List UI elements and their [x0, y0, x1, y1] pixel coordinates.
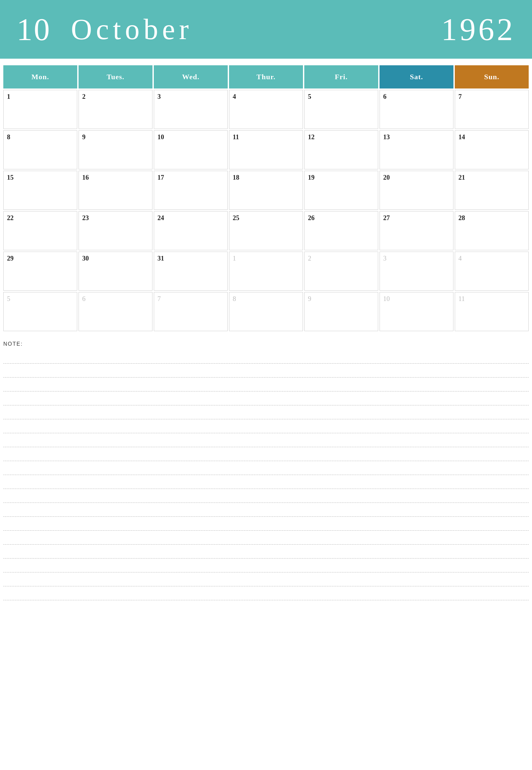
day-number: 28	[458, 214, 465, 221]
calendar-cell: 8	[229, 292, 303, 331]
day-number: 20	[383, 174, 390, 181]
day-number: 25	[233, 214, 239, 221]
notes-section: NOTE:	[0, 331, 532, 604]
calendar-cell: 31	[154, 252, 228, 291]
calendar-cell: 28	[455, 211, 529, 250]
calendar-cell: 4	[455, 252, 529, 291]
calendar-cell: 1	[229, 252, 303, 291]
calendar-cell: 3	[380, 252, 453, 291]
calendar-cell: 6	[380, 90, 453, 129]
notes-line	[3, 517, 529, 531]
day-header-mon: Mon.	[3, 65, 77, 89]
day-number: 31	[157, 255, 164, 262]
notes-line	[3, 419, 529, 433]
calendar-cell: 5	[3, 292, 77, 331]
day-number: 2	[308, 255, 311, 262]
calendar-cell: 9	[79, 130, 152, 169]
calendar-cell: 21	[455, 171, 529, 210]
day-number: 29	[7, 255, 14, 262]
day-number: 3	[157, 93, 161, 100]
calendar-cell: 15	[3, 171, 77, 210]
month-number: 10	[17, 11, 51, 48]
calendar-cell: 7	[154, 292, 228, 331]
calendar-cell: 9	[304, 292, 378, 331]
day-number: 7	[458, 93, 462, 100]
day-number: 26	[308, 214, 315, 221]
notes-line	[3, 433, 529, 447]
month-name: October	[71, 13, 193, 46]
calendar-cell: 2	[79, 90, 152, 129]
calendar-cell: 1	[3, 90, 77, 129]
calendar-cell: 29	[3, 252, 77, 291]
day-number: 1	[233, 255, 236, 262]
calendar-cell: 11	[455, 292, 529, 331]
day-number: 7	[157, 295, 161, 302]
day-number: 24	[157, 214, 164, 221]
notes-line	[3, 461, 529, 475]
day-number: 14	[458, 133, 465, 141]
day-header-sun: Sun.	[455, 65, 529, 89]
calendar-cell: 18	[229, 171, 303, 210]
notes-line	[3, 489, 529, 503]
notes-line	[3, 405, 529, 419]
calendar-cell: 11	[229, 130, 303, 169]
calendar-cell: 24	[154, 211, 228, 250]
calendar-cell: 6	[79, 292, 152, 331]
calendar-cell: 22	[3, 211, 77, 250]
notes-line	[3, 559, 529, 572]
calendar-grid: 1234567891011121314151617181920212223242…	[3, 90, 529, 331]
day-number: 10	[383, 295, 390, 302]
calendar-cell: 8	[3, 130, 77, 169]
calendar-cell: 12	[304, 130, 378, 169]
day-number: 23	[82, 214, 89, 221]
day-number: 30	[82, 255, 89, 262]
day-header-sat: Sat.	[380, 65, 453, 89]
day-number: 16	[82, 174, 89, 181]
day-number: 6	[383, 93, 386, 100]
calendar-cell: 13	[380, 130, 453, 169]
day-number: 6	[82, 295, 86, 302]
day-number: 13	[383, 133, 390, 141]
day-number: 18	[233, 174, 239, 181]
calendar-cell: 27	[380, 211, 453, 250]
calendar-cell: 19	[304, 171, 378, 210]
day-number: 27	[383, 214, 390, 221]
day-number: 17	[157, 174, 164, 181]
calendar-cell: 20	[380, 171, 453, 210]
notes-line	[3, 350, 529, 364]
day-header-thu: Thur.	[229, 65, 303, 89]
calendar-cell: 7	[455, 90, 529, 129]
day-number: 15	[7, 174, 14, 181]
calendar-cell: 14	[455, 130, 529, 169]
calendar-cell: 17	[154, 171, 228, 210]
calendar-cell: 3	[154, 90, 228, 129]
day-header-fri: Fri.	[304, 65, 378, 89]
day-number: 11	[458, 295, 465, 302]
day-number: 5	[308, 93, 311, 100]
day-number: 4	[233, 93, 236, 100]
day-header-wed: Wed.	[154, 65, 228, 89]
notes-lines	[3, 350, 529, 600]
notes-label: NOTE:	[3, 341, 529, 347]
day-number: 1	[7, 93, 10, 100]
calendar-cell: 4	[229, 90, 303, 129]
notes-line	[3, 545, 529, 559]
notes-line	[3, 572, 529, 586]
days-header: Mon. Tues. Wed. Thur. Fri. Sat. Sun.	[3, 65, 529, 89]
notes-line	[3, 364, 529, 378]
day-number: 22	[7, 214, 14, 221]
day-number: 2	[82, 93, 86, 100]
day-number: 9	[82, 133, 86, 141]
calendar-cell: 10	[154, 130, 228, 169]
day-number: 4	[458, 255, 462, 262]
day-number: 5	[7, 295, 10, 302]
day-number: 12	[308, 133, 315, 141]
calendar-cell: 30	[79, 252, 152, 291]
day-number: 8	[233, 295, 236, 302]
calendar-cell: 5	[304, 90, 378, 129]
calendar-cell: 25	[229, 211, 303, 250]
notes-line	[3, 447, 529, 461]
calendar-wrapper: Mon. Tues. Wed. Thur. Fri. Sat. Sun. 123…	[0, 59, 532, 331]
day-number: 21	[458, 174, 465, 181]
year: 1962	[441, 11, 515, 48]
